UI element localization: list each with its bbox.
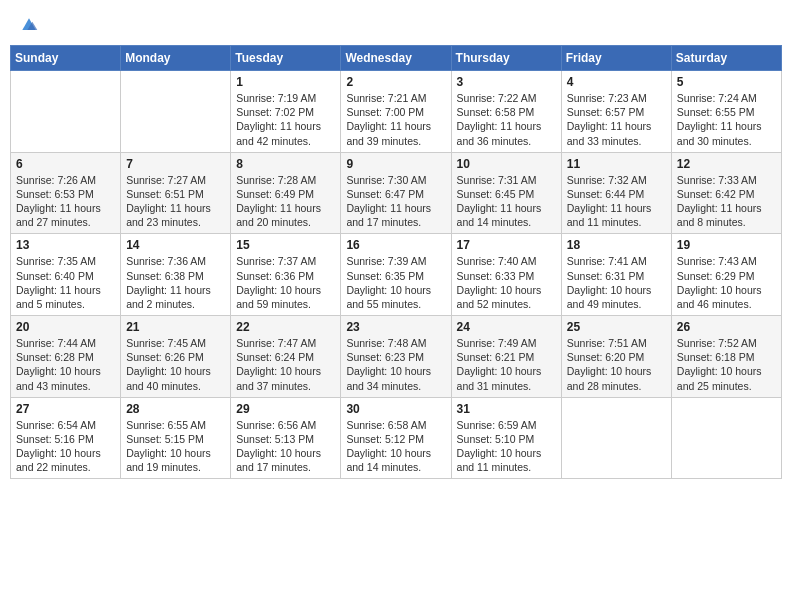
day-detail: Sunrise: 6:58 AM Sunset: 5:12 PM Dayligh… (346, 418, 445, 475)
day-detail: Sunrise: 7:21 AM Sunset: 7:00 PM Dayligh… (346, 91, 445, 148)
calendar-cell: 12Sunrise: 7:33 AM Sunset: 6:42 PM Dayli… (671, 152, 781, 234)
weekday-header-thursday: Thursday (451, 46, 561, 71)
day-number: 30 (346, 402, 445, 416)
day-detail: Sunrise: 7:40 AM Sunset: 6:33 PM Dayligh… (457, 254, 556, 311)
logo (18, 14, 39, 35)
day-detail: Sunrise: 7:30 AM Sunset: 6:47 PM Dayligh… (346, 173, 445, 230)
day-number: 7 (126, 157, 225, 171)
calendar-week-2: 6Sunrise: 7:26 AM Sunset: 6:53 PM Daylig… (11, 152, 782, 234)
calendar-week-3: 13Sunrise: 7:35 AM Sunset: 6:40 PM Dayli… (11, 234, 782, 316)
day-detail: Sunrise: 7:35 AM Sunset: 6:40 PM Dayligh… (16, 254, 115, 311)
day-number: 23 (346, 320, 445, 334)
calendar-header: SundayMondayTuesdayWednesdayThursdayFrid… (11, 46, 782, 71)
calendar-cell: 23Sunrise: 7:48 AM Sunset: 6:23 PM Dayli… (341, 316, 451, 398)
day-number: 6 (16, 157, 115, 171)
calendar-week-4: 20Sunrise: 7:44 AM Sunset: 6:28 PM Dayli… (11, 316, 782, 398)
day-number: 13 (16, 238, 115, 252)
day-detail: Sunrise: 7:33 AM Sunset: 6:42 PM Dayligh… (677, 173, 776, 230)
day-number: 11 (567, 157, 666, 171)
day-number: 12 (677, 157, 776, 171)
day-number: 3 (457, 75, 556, 89)
day-number: 25 (567, 320, 666, 334)
weekday-header-saturday: Saturday (671, 46, 781, 71)
day-number: 29 (236, 402, 335, 416)
day-detail: Sunrise: 7:47 AM Sunset: 6:24 PM Dayligh… (236, 336, 335, 393)
calendar-cell: 16Sunrise: 7:39 AM Sunset: 6:35 PM Dayli… (341, 234, 451, 316)
weekday-header-monday: Monday (121, 46, 231, 71)
day-number: 9 (346, 157, 445, 171)
calendar-cell: 4Sunrise: 7:23 AM Sunset: 6:57 PM Daylig… (561, 71, 671, 153)
calendar-cell: 1Sunrise: 7:19 AM Sunset: 7:02 PM Daylig… (231, 71, 341, 153)
day-detail: Sunrise: 7:51 AM Sunset: 6:20 PM Dayligh… (567, 336, 666, 393)
calendar-cell: 15Sunrise: 7:37 AM Sunset: 6:36 PM Dayli… (231, 234, 341, 316)
day-detail: Sunrise: 7:48 AM Sunset: 6:23 PM Dayligh… (346, 336, 445, 393)
day-number: 17 (457, 238, 556, 252)
day-detail: Sunrise: 7:28 AM Sunset: 6:49 PM Dayligh… (236, 173, 335, 230)
calendar-cell (11, 71, 121, 153)
day-detail: Sunrise: 7:37 AM Sunset: 6:36 PM Dayligh… (236, 254, 335, 311)
weekday-header-wednesday: Wednesday (341, 46, 451, 71)
day-number: 18 (567, 238, 666, 252)
calendar-body: 1Sunrise: 7:19 AM Sunset: 7:02 PM Daylig… (11, 71, 782, 479)
calendar-cell: 5Sunrise: 7:24 AM Sunset: 6:55 PM Daylig… (671, 71, 781, 153)
calendar-week-1: 1Sunrise: 7:19 AM Sunset: 7:02 PM Daylig… (11, 71, 782, 153)
day-number: 14 (126, 238, 225, 252)
day-number: 19 (677, 238, 776, 252)
weekday-row: SundayMondayTuesdayWednesdayThursdayFrid… (11, 46, 782, 71)
day-detail: Sunrise: 6:56 AM Sunset: 5:13 PM Dayligh… (236, 418, 335, 475)
day-detail: Sunrise: 6:55 AM Sunset: 5:15 PM Dayligh… (126, 418, 225, 475)
day-number: 4 (567, 75, 666, 89)
calendar-cell: 26Sunrise: 7:52 AM Sunset: 6:18 PM Dayli… (671, 316, 781, 398)
day-detail: Sunrise: 7:31 AM Sunset: 6:45 PM Dayligh… (457, 173, 556, 230)
day-number: 24 (457, 320, 556, 334)
day-detail: Sunrise: 7:39 AM Sunset: 6:35 PM Dayligh… (346, 254, 445, 311)
calendar-cell (121, 71, 231, 153)
calendar-week-5: 27Sunrise: 6:54 AM Sunset: 5:16 PM Dayli… (11, 397, 782, 479)
day-number: 28 (126, 402, 225, 416)
calendar-table: SundayMondayTuesdayWednesdayThursdayFrid… (10, 45, 782, 479)
day-number: 15 (236, 238, 335, 252)
calendar-cell: 10Sunrise: 7:31 AM Sunset: 6:45 PM Dayli… (451, 152, 561, 234)
day-number: 2 (346, 75, 445, 89)
day-number: 10 (457, 157, 556, 171)
day-detail: Sunrise: 6:59 AM Sunset: 5:10 PM Dayligh… (457, 418, 556, 475)
calendar-cell: 18Sunrise: 7:41 AM Sunset: 6:31 PM Dayli… (561, 234, 671, 316)
day-detail: Sunrise: 7:32 AM Sunset: 6:44 PM Dayligh… (567, 173, 666, 230)
day-detail: Sunrise: 7:19 AM Sunset: 7:02 PM Dayligh… (236, 91, 335, 148)
day-detail: Sunrise: 7:45 AM Sunset: 6:26 PM Dayligh… (126, 336, 225, 393)
day-number: 20 (16, 320, 115, 334)
calendar-cell (671, 397, 781, 479)
logo-text (18, 14, 39, 35)
calendar-cell: 3Sunrise: 7:22 AM Sunset: 6:58 PM Daylig… (451, 71, 561, 153)
day-detail: Sunrise: 7:26 AM Sunset: 6:53 PM Dayligh… (16, 173, 115, 230)
day-number: 31 (457, 402, 556, 416)
day-detail: Sunrise: 7:44 AM Sunset: 6:28 PM Dayligh… (16, 336, 115, 393)
calendar-cell: 17Sunrise: 7:40 AM Sunset: 6:33 PM Dayli… (451, 234, 561, 316)
day-number: 26 (677, 320, 776, 334)
calendar-cell: 20Sunrise: 7:44 AM Sunset: 6:28 PM Dayli… (11, 316, 121, 398)
calendar-cell: 31Sunrise: 6:59 AM Sunset: 5:10 PM Dayli… (451, 397, 561, 479)
page-header (10, 10, 782, 39)
calendar-cell: 19Sunrise: 7:43 AM Sunset: 6:29 PM Dayli… (671, 234, 781, 316)
calendar-cell: 22Sunrise: 7:47 AM Sunset: 6:24 PM Dayli… (231, 316, 341, 398)
day-detail: Sunrise: 7:36 AM Sunset: 6:38 PM Dayligh… (126, 254, 225, 311)
day-number: 21 (126, 320, 225, 334)
calendar-cell: 9Sunrise: 7:30 AM Sunset: 6:47 PM Daylig… (341, 152, 451, 234)
day-detail: Sunrise: 7:24 AM Sunset: 6:55 PM Dayligh… (677, 91, 776, 148)
day-detail: Sunrise: 7:43 AM Sunset: 6:29 PM Dayligh… (677, 254, 776, 311)
calendar-cell: 27Sunrise: 6:54 AM Sunset: 5:16 PM Dayli… (11, 397, 121, 479)
calendar-cell: 8Sunrise: 7:28 AM Sunset: 6:49 PM Daylig… (231, 152, 341, 234)
day-detail: Sunrise: 7:52 AM Sunset: 6:18 PM Dayligh… (677, 336, 776, 393)
calendar-cell: 13Sunrise: 7:35 AM Sunset: 6:40 PM Dayli… (11, 234, 121, 316)
day-detail: Sunrise: 6:54 AM Sunset: 5:16 PM Dayligh… (16, 418, 115, 475)
day-number: 1 (236, 75, 335, 89)
weekday-header-sunday: Sunday (11, 46, 121, 71)
calendar-cell: 6Sunrise: 7:26 AM Sunset: 6:53 PM Daylig… (11, 152, 121, 234)
day-number: 5 (677, 75, 776, 89)
day-number: 22 (236, 320, 335, 334)
calendar-cell: 7Sunrise: 7:27 AM Sunset: 6:51 PM Daylig… (121, 152, 231, 234)
calendar-cell: 21Sunrise: 7:45 AM Sunset: 6:26 PM Dayli… (121, 316, 231, 398)
weekday-header-tuesday: Tuesday (231, 46, 341, 71)
day-detail: Sunrise: 7:49 AM Sunset: 6:21 PM Dayligh… (457, 336, 556, 393)
weekday-header-friday: Friday (561, 46, 671, 71)
